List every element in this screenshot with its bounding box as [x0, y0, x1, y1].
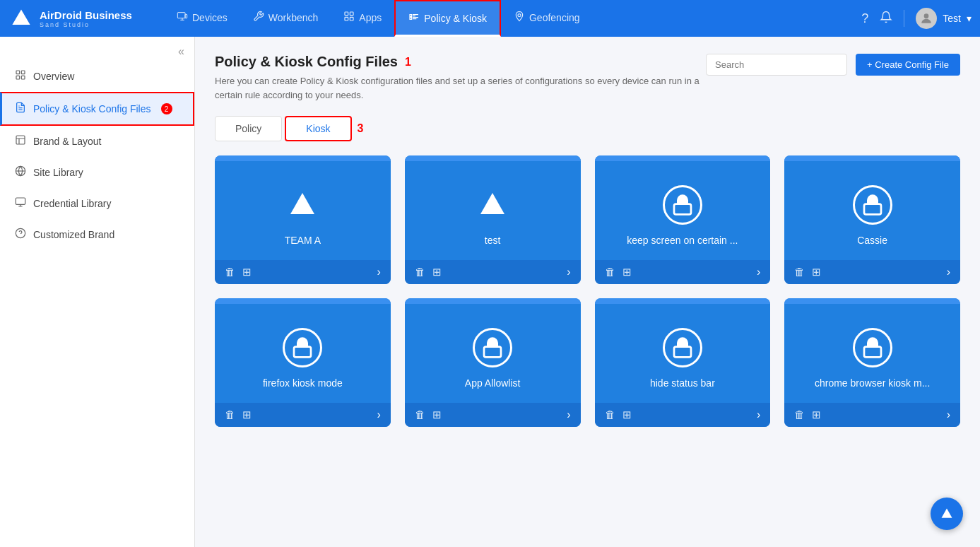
card-arrow[interactable]: › — [377, 266, 380, 278]
step-badge-1: 1 — [405, 56, 411, 69]
nav-items: Devices Workbench Apps Policy & Kiosk — [164, 0, 861, 37]
svg-rect-15 — [16, 136, 25, 144]
card-footer: 🗑 ⊞ › — [784, 260, 960, 284]
create-config-file-button[interactable]: + Create Config File — [856, 54, 960, 76]
card-tab — [595, 298, 771, 304]
config-card-test[interactable]: test 🗑 ⊞ › — [405, 155, 581, 284]
card-body: test — [405, 161, 581, 260]
notifications-icon[interactable] — [880, 11, 892, 27]
card-footer: 🗑 ⊞ › — [215, 260, 391, 284]
nav-item-workbench[interactable]: Workbench — [240, 0, 331, 37]
card-actions: 🗑 ⊞ — [415, 266, 442, 278]
avatar — [916, 8, 937, 29]
delete-button[interactable]: 🗑 — [225, 266, 235, 278]
sidebar-item-site-library[interactable]: Site Library — [0, 157, 194, 188]
config-tabs: Policy Kiosk 3 — [215, 116, 960, 141]
card-actions: 🗑 ⊞ — [605, 408, 632, 421]
page-title: Policy & Kiosk Config Files 1 — [215, 54, 706, 70]
sidebar-item-overview[interactable]: Overview — [0, 61, 194, 92]
nav-item-geofencing[interactable]: Geofencing — [501, 0, 593, 37]
card-arrow[interactable]: › — [377, 408, 380, 421]
sidebar: « Overview Policy & Kiosk Config Files 2… — [0, 37, 195, 547]
sidebar-item-credential-library[interactable]: Credential Library — [0, 188, 194, 219]
card-tab — [405, 298, 581, 304]
tab-kiosk[interactable]: Kiosk — [285, 116, 351, 141]
sidebar-item-customized-brand[interactable]: Customized Brand — [0, 219, 194, 250]
svg-rect-5 — [345, 17, 348, 20]
copy-button[interactable]: ⊞ — [812, 408, 821, 421]
card-actions: 🗑 ⊞ — [794, 266, 821, 278]
config-card-cassie[interactable]: Cassie 🗑 ⊞ › — [784, 155, 960, 284]
search-input[interactable] — [706, 54, 847, 76]
collapse-button[interactable]: « — [178, 45, 184, 58]
page-title-area: Policy & Kiosk Config Files 1 Here you c… — [215, 54, 706, 102]
card-logo-icon — [473, 185, 512, 225]
logo-icon — [8, 6, 34, 31]
card-arrow[interactable]: › — [757, 408, 760, 421]
policy-kiosk-icon — [15, 102, 26, 116]
customized-brand-icon — [15, 228, 26, 242]
delete-button[interactable]: 🗑 — [225, 408, 235, 421]
config-card-team-a[interactable]: TEAM A 🗑 ⊞ › — [215, 155, 391, 284]
card-name: Cassie — [857, 235, 887, 246]
card-arrow[interactable]: › — [567, 408, 570, 421]
copy-button[interactable]: ⊞ — [622, 266, 632, 278]
delete-button[interactable]: 🗑 — [605, 408, 615, 421]
delete-button[interactable]: 🗑 — [415, 408, 425, 421]
svg-rect-26 — [484, 347, 501, 358]
copy-button[interactable]: ⊞ — [432, 408, 442, 421]
config-card-keep-screen[interactable]: keep screen on certain ... 🗑 ⊞ › — [595, 155, 771, 284]
tab-policy[interactable]: Policy — [215, 116, 282, 141]
top-navigation: AirDroid Business Sand Studio Devices Wo… — [0, 0, 980, 37]
svg-point-7 — [518, 14, 521, 17]
svg-rect-27 — [674, 347, 691, 358]
copy-button[interactable]: ⊞ — [622, 408, 632, 421]
card-arrow[interactable]: › — [947, 408, 950, 421]
card-lock-icon — [853, 185, 892, 225]
card-name: chrome browser kiosk m... — [815, 377, 930, 389]
delete-button[interactable]: 🗑 — [794, 408, 805, 421]
sidebar-item-policy-kiosk[interactable]: Policy & Kiosk Config Files 2 — [0, 92, 194, 126]
svg-rect-12 — [21, 76, 25, 79]
nav-item-apps[interactable]: Apps — [331, 0, 394, 37]
brand-layout-icon — [15, 134, 26, 148]
badge-2: 2 — [161, 103, 172, 114]
fab-button[interactable] — [931, 498, 963, 530]
svg-rect-9 — [16, 71, 20, 74]
card-footer: 🗑 ⊞ › — [595, 403, 771, 427]
svg-rect-3 — [345, 12, 348, 16]
copy-button[interactable]: ⊞ — [432, 266, 442, 278]
card-tab — [215, 155, 391, 161]
config-card-chrome-browser[interactable]: chrome browser kiosk m... 🗑 ⊞ › — [784, 298, 960, 427]
copy-button[interactable]: ⊞ — [242, 408, 252, 421]
svg-marker-29 — [942, 509, 952, 518]
card-footer: 🗑 ⊞ › — [215, 403, 391, 427]
sidebar-item-brand-layout[interactable]: Brand & Layout — [0, 126, 194, 157]
card-lock-icon — [663, 328, 702, 367]
delete-button[interactable]: 🗑 — [415, 266, 425, 278]
config-card-firefox-kiosk[interactable]: firefox kiosk mode 🗑 ⊞ › — [215, 298, 391, 427]
copy-button[interactable]: ⊞ — [812, 266, 821, 278]
card-arrow[interactable]: › — [757, 266, 760, 278]
card-body: App Allowlist — [405, 304, 581, 403]
nav-item-devices[interactable]: Devices — [164, 0, 240, 37]
card-actions: 🗑 ⊞ — [794, 408, 821, 421]
svg-rect-24 — [864, 204, 881, 215]
step-badge-3: 3 — [358, 122, 364, 135]
card-arrow[interactable]: › — [947, 266, 950, 278]
copy-button[interactable]: ⊞ — [242, 266, 252, 278]
delete-button[interactable]: 🗑 — [794, 266, 805, 278]
config-card-hide-status-bar[interactable]: hide status bar 🗑 ⊞ › — [595, 298, 771, 427]
config-card-app-allowlist[interactable]: App Allowlist 🗑 ⊞ › — [405, 298, 581, 427]
card-body: hide status bar — [595, 304, 771, 403]
nav-item-policy-kiosk[interactable]: Policy & Kiosk — [394, 0, 501, 37]
user-menu[interactable]: Test ▾ — [916, 8, 972, 29]
delete-button[interactable]: 🗑 — [605, 266, 615, 278]
card-name: test — [485, 235, 501, 246]
nav-divider — [904, 10, 904, 27]
help-icon[interactable]: ? — [861, 11, 868, 26]
svg-rect-4 — [350, 12, 354, 16]
card-arrow[interactable]: › — [567, 266, 570, 278]
page-header: Policy & Kiosk Config Files 1 Here you c… — [215, 54, 960, 102]
card-name: hide status bar — [650, 377, 715, 389]
